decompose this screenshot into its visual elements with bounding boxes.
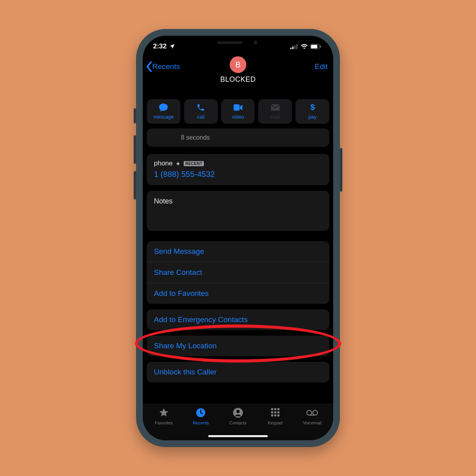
svg-point-15 (277, 408, 280, 411)
wifi-icon (301, 44, 308, 49)
location-list: Share My Location (147, 336, 329, 356)
volume-down-button (134, 171, 136, 200)
person-icon (232, 407, 244, 419)
add-to-favorites-row[interactable]: Add to Favorites (147, 283, 329, 304)
svg-point-19 (271, 414, 273, 416)
send-message-row[interactable]: Send Message (147, 241, 329, 262)
svg-rect-5 (311, 45, 317, 48)
avatar-initial: B (235, 60, 240, 69)
svg-point-23 (313, 411, 318, 415)
mute-switch (134, 108, 136, 123)
video-action[interactable]: video (221, 99, 255, 124)
phone-number[interactable]: 1 (888) 555-4532 (154, 170, 322, 179)
svg-rect-2 (294, 45, 296, 49)
svg-rect-6 (320, 46, 321, 48)
voicemail-icon (306, 407, 318, 419)
share-location-row[interactable]: Share My Location (147, 336, 329, 356)
svg-text:$: $ (310, 103, 315, 111)
back-label: Recents (152, 62, 180, 71)
call-duration-row: 8 seconds (147, 129, 329, 147)
pay-icon: $ (308, 103, 317, 113)
phone-icon (196, 103, 205, 113)
recent-badge: RECENT (184, 161, 204, 166)
clock-icon (195, 407, 207, 419)
svg-point-14 (274, 408, 276, 411)
notch (194, 36, 282, 50)
contact-avatar: B (230, 56, 246, 73)
svg-point-17 (274, 411, 276, 413)
mail-action: mail (258, 99, 292, 124)
screen: 2:32 (143, 36, 333, 440)
mail-icon (271, 103, 280, 113)
battery-icon (310, 44, 321, 49)
tab-keypad-label: Keypad (268, 420, 282, 425)
svg-point-22 (307, 411, 312, 415)
svg-point-13 (271, 408, 273, 411)
pay-label: pay (309, 114, 317, 120)
message-icon (159, 103, 168, 113)
unblock-caller-row[interactable]: Unblock this Caller (147, 362, 329, 382)
emergency-list: Add to Emergency Contacts (147, 309, 329, 330)
tab-favorites-label: Favorites (155, 420, 173, 425)
content-area: message call video (143, 78, 333, 382)
pay-action[interactable]: $ pay (296, 99, 329, 124)
phone-field-label: phone (154, 159, 173, 167)
location-services-icon (169, 43, 175, 50)
add-to-emergency-row[interactable]: Add to Emergency Contacts (147, 309, 329, 330)
notes-block[interactable]: Notes (147, 191, 329, 231)
home-indicator[interactable] (208, 435, 268, 437)
mail-label: mail (271, 114, 280, 120)
call-label: call (197, 114, 205, 120)
notes-label: Notes (154, 197, 173, 205)
video-icon (233, 103, 243, 113)
power-button (340, 148, 342, 192)
tab-voicemail-label: Voicemail (303, 420, 322, 425)
svg-rect-0 (290, 48, 292, 49)
contact-actions-list: Send Message Share Contact Add to Favori… (147, 241, 329, 304)
star-icon: ★ (176, 161, 180, 166)
share-contact-row[interactable]: Share Contact (147, 262, 329, 283)
edit-button[interactable]: Edit (315, 62, 328, 71)
message-label: message (154, 114, 174, 120)
phone-number-block[interactable]: phone ★ RECENT 1 (888) 555-4532 (147, 154, 329, 185)
tab-favorites[interactable]: Favorites (145, 407, 182, 440)
back-button[interactable]: Recents (145, 61, 180, 72)
star-filled-icon (158, 407, 170, 419)
volume-up-button (134, 135, 136, 164)
quick-actions-row: message call video (147, 99, 329, 124)
tab-voicemail[interactable]: Voicemail (294, 407, 331, 440)
video-label: video (232, 114, 244, 120)
svg-point-12 (236, 410, 240, 413)
tab-contacts-label: Contacts (229, 420, 246, 425)
call-duration: 8 seconds (181, 134, 210, 141)
status-time: 2:32 (153, 42, 167, 50)
svg-point-21 (277, 414, 280, 416)
nav-header: Recents B BLOCKED Edit (143, 56, 333, 78)
phone-frame: 2:32 (136, 29, 340, 447)
tab-recents-label: Recents (193, 420, 209, 425)
call-action[interactable]: call (184, 99, 218, 124)
svg-point-16 (271, 411, 273, 413)
svg-rect-8 (271, 104, 280, 111)
message-action[interactable]: message (147, 99, 180, 124)
svg-rect-3 (296, 44, 298, 49)
block-list: Unblock this Caller (147, 362, 329, 382)
cellular-signal-icon (290, 44, 298, 49)
svg-rect-1 (292, 46, 294, 49)
svg-point-20 (274, 414, 276, 416)
keypad-icon (269, 407, 281, 419)
svg-point-18 (277, 411, 280, 413)
svg-rect-7 (234, 104, 240, 111)
